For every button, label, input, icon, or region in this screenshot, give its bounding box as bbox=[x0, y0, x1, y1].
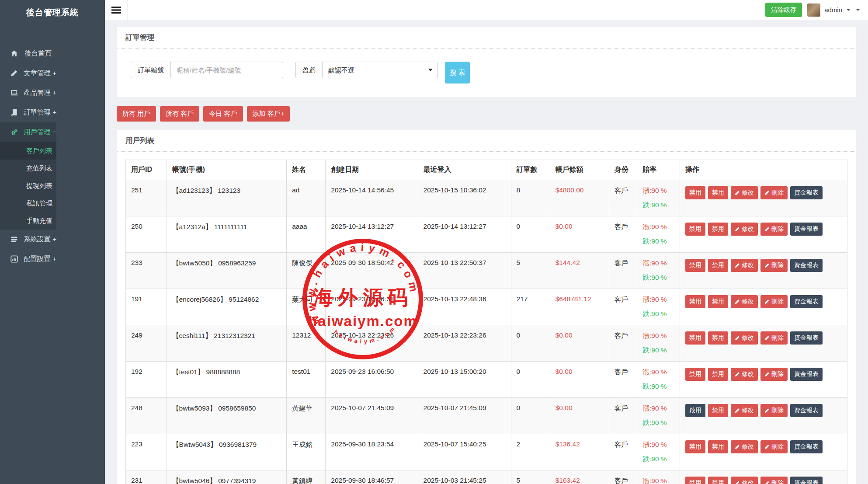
sidebar-item-config-settings[interactable]: 配置設置 + bbox=[0, 249, 56, 269]
disable-button[interactable]: 禁用 bbox=[708, 259, 728, 272]
disable-button[interactable]: 禁用 bbox=[708, 295, 728, 308]
sidebar-subitem-private-message[interactable]: 私訊管理 bbox=[0, 195, 56, 212]
sidebar-item-articles[interactable]: 文章管理 + bbox=[0, 63, 56, 83]
edit-button[interactable]: 修改 bbox=[731, 440, 758, 453]
clear-cache-button[interactable]: 清除緩存 bbox=[765, 3, 802, 17]
sidebar-item-users[interactable]: 用戶管理 − bbox=[0, 122, 56, 142]
delete-button[interactable]: 刪除 bbox=[760, 368, 788, 381]
button-label: 啟用 bbox=[689, 407, 701, 414]
cell-created-date: 2025-09-23 16:06:31 bbox=[326, 289, 418, 325]
disable-button[interactable]: 禁用 bbox=[708, 223, 728, 236]
cell-odds: 漲:90 %跌:90 % bbox=[637, 253, 680, 289]
delete-button[interactable]: 刪除 bbox=[760, 477, 788, 484]
home-icon bbox=[10, 50, 19, 57]
sidebar-subitem-recharge-list[interactable]: 充值列表 bbox=[0, 160, 56, 177]
disable-button[interactable]: 禁用 bbox=[685, 368, 705, 381]
odds-up-label: 漲:90 % bbox=[642, 477, 674, 484]
search-button[interactable]: 搜 索 bbox=[445, 62, 470, 84]
disable-button[interactable]: 禁用 bbox=[685, 186, 705, 199]
order-search-input[interactable] bbox=[170, 62, 283, 78]
sidebar-item-orders[interactable]: 訂單管理 + bbox=[0, 103, 56, 122]
all-users-button[interactable]: 所有 用戶 bbox=[117, 106, 156, 122]
cell-odds: 漲:90 %跌:90 % bbox=[637, 325, 680, 362]
cell-last-login: 2025-10-07 15:40:25 bbox=[418, 434, 511, 470]
today-customers-button[interactable]: 今日 客戶 bbox=[203, 106, 243, 122]
search-form: 訂單編號 盈虧 默認不選 搜 索 bbox=[117, 49, 856, 97]
user-menu[interactable]: admin bbox=[807, 3, 851, 17]
pencil-icon bbox=[735, 335, 740, 341]
chart-icon bbox=[10, 255, 18, 263]
sidebar-item-home[interactable]: 後台首頁 bbox=[0, 44, 56, 63]
cell-last-login: 2025-10-13 22:50:37 bbox=[418, 253, 511, 289]
fund-report-button[interactable]: 資金報表 bbox=[790, 295, 823, 308]
sidebar-subitem-manual-recharge[interactable]: 手動充值 bbox=[0, 212, 56, 230]
column-header: 身份 bbox=[609, 160, 637, 180]
profit-group: 盈虧 默認不選 bbox=[295, 62, 438, 78]
profit-select[interactable]: 默認不選 bbox=[322, 62, 438, 78]
fund-report-button[interactable]: 資金報表 bbox=[790, 477, 823, 484]
edit-button[interactable]: 修改 bbox=[731, 259, 758, 272]
disable-button[interactable]: 禁用 bbox=[685, 331, 705, 345]
user-table-wrap: 用戶ID帳號(手機)姓名創建日期最近登入訂單數帳戶餘額身份賠率操作 251【ad… bbox=[117, 152, 856, 484]
disable-button[interactable]: 禁用 bbox=[685, 259, 705, 272]
cell-account: 【test01】 988888888 bbox=[167, 362, 287, 398]
fund-report-button[interactable]: 資金報表 bbox=[790, 259, 823, 272]
cell-last-login: 2025-10-14 13:12:27 bbox=[418, 216, 511, 253]
cell-role: 客戶 bbox=[609, 325, 637, 362]
cell-last-login: 2025-10-13 15:00:20 bbox=[418, 362, 511, 398]
odds-up-label: 漲:90 % bbox=[642, 331, 674, 341]
delete-button[interactable]: 刪除 bbox=[760, 404, 788, 417]
button-label: 刪除 bbox=[771, 334, 784, 342]
disable-button[interactable]: 禁用 bbox=[708, 186, 728, 199]
edit-button[interactable]: 修改 bbox=[731, 404, 758, 417]
cell-odds: 漲:90 %跌:90 % bbox=[637, 398, 680, 434]
odds-up-label: 漲:90 % bbox=[642, 404, 674, 413]
all-customers-button[interactable]: 所有 客戶 bbox=[160, 106, 199, 122]
fund-report-button[interactable]: 資金報表 bbox=[790, 223, 823, 236]
delete-button[interactable]: 刪除 bbox=[760, 331, 788, 345]
disable-button[interactable]: 禁用 bbox=[708, 477, 728, 484]
delete-button[interactable]: 刪除 bbox=[760, 186, 788, 199]
table-row: 191【encorej56826】 95124862葉大同2025-09-23 … bbox=[126, 289, 847, 325]
sidebar-subitem-customer-list[interactable]: 客戶列表 bbox=[0, 142, 56, 160]
edit-button[interactable]: 修改 bbox=[731, 186, 758, 199]
delete-button[interactable]: 刪除 bbox=[760, 440, 788, 453]
disable-button[interactable]: 禁用 bbox=[708, 331, 728, 345]
menu-toggle-button[interactable] bbox=[105, 0, 128, 20]
panel-title: 用戶列表 bbox=[117, 130, 856, 152]
cell-account: 【Bwtw5043】 0936981379 bbox=[167, 434, 287, 470]
fund-report-button[interactable]: 資金報表 bbox=[790, 404, 823, 417]
edit-button[interactable]: 修改 bbox=[731, 295, 758, 308]
sidebar-subitem-withdraw-list[interactable]: 提現列表 bbox=[0, 177, 56, 195]
button-label: 禁用 bbox=[689, 334, 701, 342]
cell-order-count: 2 bbox=[511, 434, 550, 470]
disable-button[interactable]: 禁用 bbox=[685, 440, 705, 453]
edit-button[interactable]: 修改 bbox=[731, 368, 758, 381]
delete-button[interactable]: 刪除 bbox=[760, 223, 788, 236]
fund-report-button[interactable]: 資金報表 bbox=[790, 368, 823, 381]
fund-report-button[interactable]: 資金報表 bbox=[790, 331, 823, 345]
order-number-group: 訂單編號 bbox=[131, 62, 283, 78]
sidebar-item-system-settings[interactable]: 系統設置 + bbox=[0, 230, 56, 249]
cell-odds: 漲:90 %跌:90 % bbox=[637, 289, 680, 325]
button-label: 修改 bbox=[742, 225, 754, 233]
disable-button[interactable]: 禁用 bbox=[708, 440, 728, 453]
delete-button[interactable]: 刪除 bbox=[760, 259, 788, 272]
fund-report-button[interactable]: 資金報表 bbox=[790, 186, 823, 199]
fund-report-button[interactable]: 資金報表 bbox=[790, 440, 823, 453]
add-customer-button[interactable]: 添加 客戶+ bbox=[247, 106, 290, 122]
disable-button[interactable]: 禁用 bbox=[685, 477, 705, 484]
enable-button[interactable]: 啟用 bbox=[685, 404, 705, 417]
disable-button[interactable]: 禁用 bbox=[708, 368, 728, 381]
edit-button[interactable]: 修改 bbox=[731, 331, 758, 345]
cell-last-login: 2025-10-03 21:45:25 bbox=[418, 470, 511, 484]
edit-button[interactable]: 修改 bbox=[731, 477, 758, 484]
edit-button[interactable]: 修改 bbox=[731, 223, 758, 236]
disable-button[interactable]: 禁用 bbox=[708, 404, 728, 417]
disable-button[interactable]: 禁用 bbox=[685, 223, 705, 236]
disable-button[interactable]: 禁用 bbox=[685, 295, 705, 308]
odds-up-label: 漲:90 % bbox=[642, 259, 674, 268]
sidebar-item-products[interactable]: 產品管理 + bbox=[0, 83, 56, 103]
caret-down-icon[interactable] bbox=[856, 9, 860, 11]
delete-button[interactable]: 刪除 bbox=[760, 295, 788, 308]
